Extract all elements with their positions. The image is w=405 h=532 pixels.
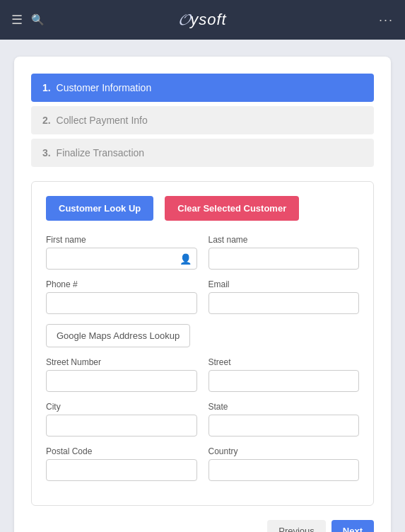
header-left: ☰ 🔍	[11, 12, 45, 28]
postal-code-label: Postal Code	[46, 446, 197, 456]
footer-nav: Previous Next	[31, 520, 374, 532]
city-state-row: City State	[46, 402, 359, 436]
action-buttons: Customer Look Up Clear Selected Customer	[46, 196, 359, 221]
city-group: City	[46, 402, 197, 436]
contact-row: Phone # Email	[46, 279, 359, 314]
phone-input[interactable]	[46, 292, 197, 314]
email-group: Email	[209, 279, 360, 314]
state-label: State	[209, 402, 360, 412]
state-input[interactable]	[209, 415, 360, 436]
phone-label: Phone #	[46, 279, 197, 289]
customer-form-section: Customer Look Up Clear Selected Customer…	[31, 181, 374, 506]
more-options-icon[interactable]: ···	[379, 13, 394, 28]
app-header: ☰ 🔍 𝓞ysoft ···	[0, 0, 405, 40]
step-3-label: Finalize Transaction	[57, 147, 145, 158]
postal-code-group: Postal Code	[46, 446, 197, 481]
state-group: State	[209, 402, 360, 436]
step-1: 1. Customer Information	[31, 74, 374, 102]
street-number-group: Street Number	[46, 357, 197, 392]
name-row: First name 👤 Last name	[46, 235, 359, 270]
address-lookup-button[interactable]: Google Maps Address Lookup	[46, 324, 190, 347]
country-group: Country	[209, 446, 360, 481]
clear-customer-button[interactable]: Clear Selected Customer	[165, 196, 299, 221]
city-input[interactable]	[46, 415, 197, 436]
country-input[interactable]	[209, 459, 360, 481]
country-label: Country	[209, 446, 360, 456]
city-label: City	[46, 402, 197, 412]
search-icon[interactable]: 🔍	[31, 13, 45, 26]
postal-code-input[interactable]	[46, 459, 197, 481]
first-name-input[interactable]	[46, 248, 197, 270]
contact-card-icon: 👤	[180, 253, 192, 265]
street-number-label: Street Number	[46, 357, 197, 367]
street-label: Street	[209, 357, 360, 367]
menu-icon[interactable]: ☰	[11, 12, 23, 28]
step-2-num: 2.	[42, 115, 51, 126]
email-input[interactable]	[209, 292, 360, 314]
first-name-group: First name 👤	[46, 235, 197, 270]
first-name-label: First name	[46, 235, 197, 245]
last-name-label: Last name	[209, 235, 360, 245]
last-name-group: Last name	[209, 235, 360, 270]
street-group: Street	[209, 357, 360, 392]
step-1-label: Customer Information	[57, 82, 152, 93]
last-name-input[interactable]	[209, 248, 360, 270]
stepper: 1. Customer Information 2. Collect Payme…	[31, 74, 374, 167]
phone-group: Phone #	[46, 279, 197, 314]
step-1-num: 1.	[42, 82, 51, 93]
app-logo: 𝓞ysoft	[178, 11, 226, 29]
previous-button[interactable]: Previous	[267, 520, 326, 532]
step-3: 3. Finalize Transaction	[31, 139, 374, 167]
street-input[interactable]	[209, 370, 360, 392]
street-row: Street Number Street	[46, 357, 359, 392]
next-button[interactable]: Next	[331, 520, 374, 532]
step-2: 2. Collect Payment Info	[31, 106, 374, 134]
email-label: Email	[209, 279, 360, 289]
customer-lookup-button[interactable]: Customer Look Up	[46, 196, 153, 221]
step-2-label: Collect Payment Info	[57, 115, 148, 126]
content-card: 1. Customer Information 2. Collect Payme…	[14, 57, 391, 532]
main-content: 1. Customer Information 2. Collect Payme…	[0, 40, 405, 532]
postal-country-row: Postal Code Country	[46, 446, 359, 481]
first-name-input-wrapper: 👤	[46, 248, 197, 270]
step-3-num: 3.	[42, 147, 51, 158]
street-number-input[interactable]	[46, 370, 197, 392]
